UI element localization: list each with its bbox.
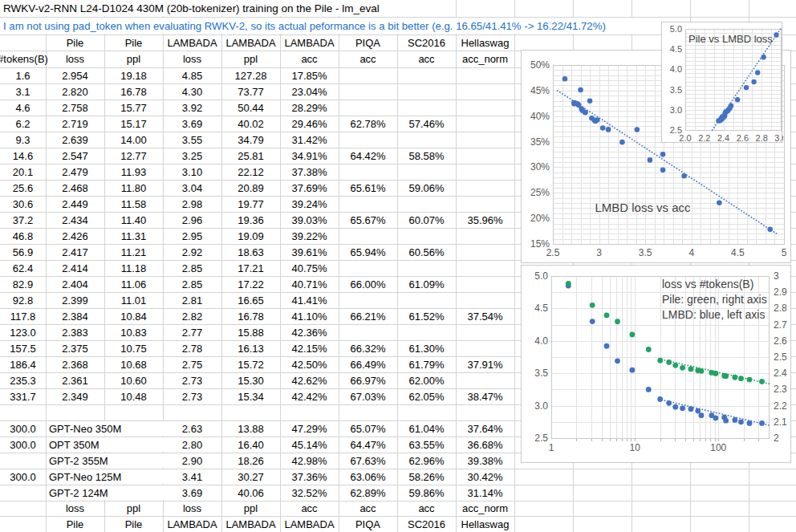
table-cell[interactable]: 40.02 (221, 116, 280, 132)
table-cell[interactable]: 58.26% (397, 469, 456, 485)
table-cell[interactable]: 39.38% (456, 453, 514, 469)
table-cell[interactable]: 14.00 (104, 132, 163, 148)
table-cell[interactable]: 59.06% (397, 180, 456, 196)
table-footer-cell[interactable]: loss (163, 501, 221, 516)
table-footer-cell[interactable]: Pile (46, 516, 104, 532)
table-cell[interactable]: 3.92 (163, 99, 221, 116)
table-cell[interactable]: 4.30 (163, 83, 221, 99)
table-footer-cell[interactable]: acc (280, 501, 339, 516)
table-cell[interactable]: 65.94% (339, 244, 397, 260)
table-cell[interactable]: 30.27 (221, 469, 280, 485)
table-cell[interactable]: 11.18 (104, 260, 163, 276)
baseline-model-cell[interactable]: GPT-2 355M (47, 453, 165, 468)
table-cell[interactable]: 3.25 (163, 148, 221, 164)
table-cell[interactable]: 62.96% (397, 453, 456, 469)
baseline-model-cell[interactable]: OPT 350M (47, 437, 165, 452)
table-cell[interactable]: 57.46% (397, 116, 456, 132)
table-cell[interactable]: 4.85 (163, 67, 221, 83)
table-cell[interactable]: 2.479 (46, 164, 104, 180)
table-footer-cell[interactable]: acc (397, 501, 456, 516)
table-cell[interactable]: 117.8 (0, 308, 46, 324)
table-cell[interactable]: 42.15% (280, 340, 339, 356)
table-header-cell[interactable]: PIQA (339, 35, 397, 51)
table-cell[interactable]: 300.0 (0, 420, 46, 437)
table-header-cell[interactable]: acc (397, 51, 456, 67)
table-cell[interactable]: 2.547 (46, 148, 104, 164)
table-cell[interactable]: 73.77 (221, 83, 280, 99)
table-cell[interactable]: 28.29% (280, 99, 339, 116)
table-cell[interactable]: 17.22 (221, 276, 280, 292)
table-cell[interactable]: 11.80 (104, 180, 163, 196)
table-cell[interactable]: 16.65 (221, 292, 280, 308)
table-header-cell[interactable]: LAMBADA (221, 35, 280, 51)
table-cell[interactable]: 3.1 (0, 83, 46, 99)
table-cell[interactable]: 38.47% (456, 388, 514, 404)
table-cell[interactable]: 11.58 (104, 196, 163, 212)
table-cell[interactable]: 34.79 (221, 132, 280, 148)
table-cell[interactable]: 15.34 (221, 388, 280, 404)
table-cell[interactable]: 47.29% (280, 420, 339, 437)
baseline-model-cell[interactable]: GPT-2 124M (47, 485, 165, 500)
table-cell[interactable]: 11.21 (104, 244, 163, 260)
table-cell[interactable]: 15.17 (104, 116, 163, 132)
table-cell[interactable]: 64.47% (339, 437, 397, 453)
table-footer-cell[interactable]: acc (339, 501, 397, 516)
table-cell[interactable]: 42.62% (280, 372, 339, 388)
table-header-cell[interactable]: ppl (221, 51, 280, 67)
table-cell[interactable]: 2.73 (163, 372, 221, 388)
table-footer-cell[interactable]: LAMBADA (280, 516, 339, 532)
table-cell[interactable]: 2.719 (46, 116, 104, 132)
table-cell[interactable]: 2.77 (163, 324, 221, 340)
table-cell[interactable]: 300.0 (0, 437, 46, 453)
table-cell[interactable]: 61.09% (397, 276, 456, 292)
table-cell[interactable]: 14.6 (0, 148, 46, 164)
table-cell[interactable]: 11.06 (104, 276, 163, 292)
table-cell[interactable]: 235.3 (0, 372, 46, 388)
table-header-cell[interactable]: Pile (104, 35, 163, 51)
table-cell[interactable]: 2.82 (163, 308, 221, 324)
table-cell[interactable]: 15.72 (221, 356, 280, 372)
table-cell[interactable]: 16.13 (221, 340, 280, 356)
table-footer-cell[interactable]: ppl (221, 501, 280, 516)
table-cell[interactable]: 20.89 (221, 180, 280, 196)
table-header-cell[interactable]: loss (163, 51, 221, 67)
table-footer-cell[interactable]: LAMBADA (163, 516, 221, 532)
table-cell[interactable]: 3.55 (163, 132, 221, 148)
table-cell[interactable]: 2.449 (46, 196, 104, 212)
table-cell[interactable]: 2.85 (163, 260, 221, 276)
table-cell[interactable]: 6.2 (0, 116, 46, 132)
chart-pile-vs-lmbd-loss[interactable]: 5.04.54.03.53.02.52.02.22.42.62.83.0Pile… (661, 22, 782, 143)
table-cell[interactable]: 46.8 (0, 228, 46, 244)
table-cell[interactable]: 82.9 (0, 276, 46, 292)
table-cell[interactable]: 2.468 (46, 180, 104, 196)
table-cell[interactable]: 2.92 (163, 244, 221, 260)
table-cell[interactable]: 2.954 (46, 67, 104, 83)
table-header-cell[interactable]: LAMBADA (280, 35, 339, 51)
table-cell[interactable]: 13.88 (221, 420, 280, 437)
table-cell[interactable]: 3.69 (163, 116, 221, 132)
table-cell[interactable]: 37.38% (280, 164, 339, 180)
table-cell[interactable]: 62.78% (339, 116, 397, 132)
table-cell[interactable]: 42.50% (280, 356, 339, 372)
table-footer-cell[interactable]: PIQA (339, 516, 397, 532)
table-cell[interactable]: 2.85 (163, 276, 221, 292)
table-cell[interactable]: 2.758 (46, 99, 104, 116)
table-cell[interactable]: 42.36% (280, 324, 339, 340)
table-cell[interactable]: 18.63 (221, 244, 280, 260)
table-cell[interactable]: 25.81 (221, 148, 280, 164)
table-cell[interactable]: 3.69 (163, 485, 221, 501)
table-cell[interactable]: 37.54% (456, 308, 514, 324)
table-footer-cell[interactable]: acc_norm (456, 501, 514, 516)
table-header-cell[interactable]: Hellaswag (456, 35, 514, 51)
table-cell[interactable]: 45.14% (280, 437, 339, 453)
table-cell[interactable]: 42.42% (280, 388, 339, 404)
table-cell[interactable]: 11.40 (104, 212, 163, 228)
table-cell[interactable]: 2.417 (46, 244, 104, 260)
sheet-title[interactable]: RWKV-v2-RNN L24-D1024 430M (20b-tokenize… (0, 0, 400, 16)
table-cell[interactable]: 20.1 (0, 164, 46, 180)
table-cell[interactable]: 59.86% (397, 485, 456, 501)
baseline-model-cell[interactable]: GPT-Neo 350M (47, 421, 165, 436)
table-cell[interactable]: 39.22% (280, 228, 339, 244)
table-cell[interactable]: 42.98% (280, 453, 339, 469)
table-cell[interactable]: 2.426 (46, 228, 104, 244)
